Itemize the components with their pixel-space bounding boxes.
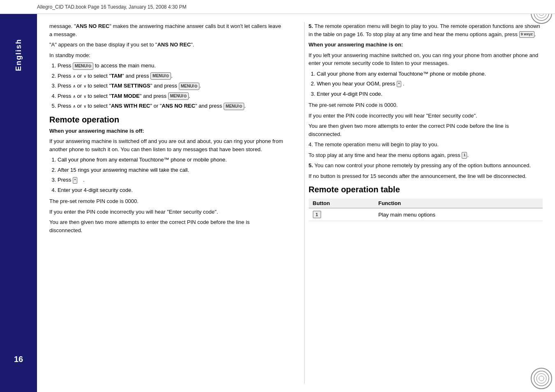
remote-off-step-1: Call your phone from any external Toucht… [58, 156, 284, 164]
right-step5-intro: 5. The remote operation menu will begin … [309, 22, 543, 38]
menu-button-1: MENU/⊙ [73, 62, 93, 70]
remote-on-step-1: Call your phone from any external Toucht… [317, 70, 543, 78]
no-button-note: If no button is pressed for 15 seconds a… [309, 172, 543, 180]
table-header-button: Button [309, 198, 375, 208]
remote-on-step-3: Enter your 4-digit PIN code. [317, 90, 543, 98]
when-on-heading: When your answering machine is on: [309, 41, 543, 49]
remote-operation-heading: Remote operation [49, 115, 284, 125]
nine-button: 9 wxyz [519, 31, 534, 38]
step-5: Press ∧ or ∨ to select "ANS WITH REC" or… [58, 102, 284, 110]
standby-steps: Press MENU/⊙ to access the main menu. Pr… [58, 62, 284, 110]
language-label: English [14, 39, 23, 71]
right-incorrect-note: If you enter the PIN code incorrectly yo… [309, 112, 543, 120]
menu-button-4: MENU/⊙ [168, 92, 189, 100]
remote-operation-table: Button Function 1 Play main menu options [309, 198, 543, 221]
remote-on-step-2: When you hear your OGM, press * . [317, 80, 543, 88]
left-column: message. "ANS NO REC" makes the answerin… [49, 22, 292, 384]
intro-p1: message. "ANS NO REC" makes the answerin… [49, 22, 284, 38]
table-button-1: 1 [313, 211, 321, 218]
menu-button-3: MENU/⊙ [179, 83, 199, 90]
standby-label: In standby mode: [49, 51, 284, 60]
main-content: message. "ANS NO REC" makes the answerin… [37, 14, 555, 392]
remote-off-step-3: Press * . [58, 176, 284, 184]
menu-button-2: MENU/⊙ [150, 72, 171, 80]
remote-off-step-2: After 15 rings your answering machine wi… [58, 166, 284, 174]
right-step5-control: 5. You can now control your phone remote… [309, 161, 543, 170]
right-pin-note: The pre-set remote PIN code is 0000. [309, 101, 543, 109]
when-off-body: If your answering machine is switched of… [49, 137, 284, 153]
one-button: 1 [462, 152, 467, 159]
to-stop: To stop play at any time and hear the me… [309, 151, 543, 159]
when-on-body: If you left your answering machine switc… [309, 51, 543, 67]
attempts-note: You are then given two more attempts to … [49, 218, 284, 234]
table-cell-button: 1 [309, 208, 375, 221]
step-1: Press MENU/⊙ to access the main menu. [58, 62, 284, 70]
step-4: Press ∧ or ∨ to select "TAM MODE" and pr… [58, 92, 284, 100]
remote-table-heading: Remote operation table [309, 185, 543, 194]
header-text: Allegro_CID TAD.book Page 16 Tuesday, Ja… [37, 4, 187, 10]
table-row: 1 Play main menu options [309, 208, 543, 221]
star-button-2: * [397, 81, 402, 88]
intro-p2: "A" appears on the base display if you s… [49, 41, 284, 49]
incorrect-note: If you enter the PIN code incorrectly yo… [49, 208, 284, 216]
star-button: * [73, 177, 78, 184]
table-cell-function: Play main menu options [374, 208, 543, 221]
when-off-heading: When your answering machine is off: [49, 127, 284, 135]
right-attempts-note: You are then given two more attempts to … [309, 122, 543, 138]
remote-off-step-4: Enter your 4-digit security code. [58, 186, 284, 194]
left-sidebar: English [0, 14, 37, 392]
right-step4: 4. The remote operation menu will begin … [309, 141, 543, 149]
page-number: 16 [0, 351, 37, 367]
step-2: Press ∧ or ∨ to select "TAM" and press M… [58, 72, 284, 80]
right-column: 5. The remote operation menu will begin … [304, 22, 543, 384]
pin-note: The pre-set remote PIN code is 0000. [49, 197, 284, 205]
step-3: Press ∧ or ∨ to select "TAM SETTINGS" an… [58, 82, 284, 90]
header-bar: Allegro_CID TAD.book Page 16 Tuesday, Ja… [0, 0, 555, 14]
table-header-function: Function [374, 198, 543, 208]
remote-on-steps: Call your phone from any external Toucht… [317, 70, 543, 98]
menu-button-5: MENU/⊙ [224, 103, 244, 110]
remote-off-steps: Call your phone from any external Toucht… [58, 156, 284, 194]
